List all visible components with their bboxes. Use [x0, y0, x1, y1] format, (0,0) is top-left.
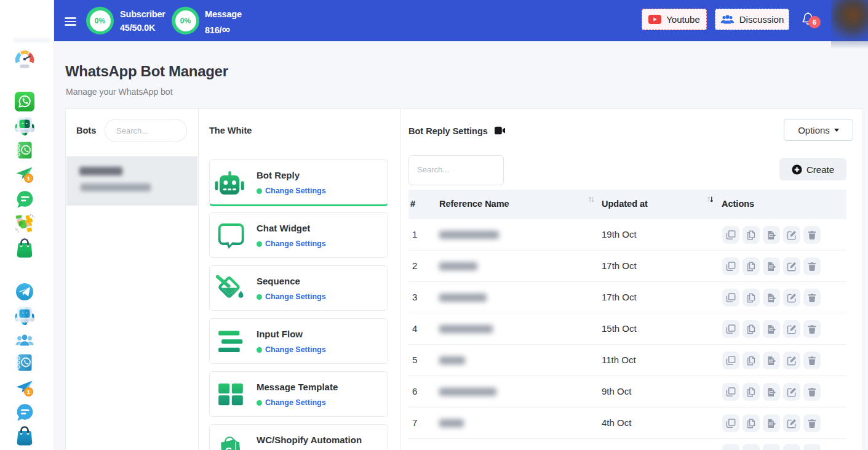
svg-text:1: 1 [27, 175, 31, 182]
svg-text:S: S [225, 446, 233, 450]
svg-text:1: 1 [27, 388, 31, 395]
